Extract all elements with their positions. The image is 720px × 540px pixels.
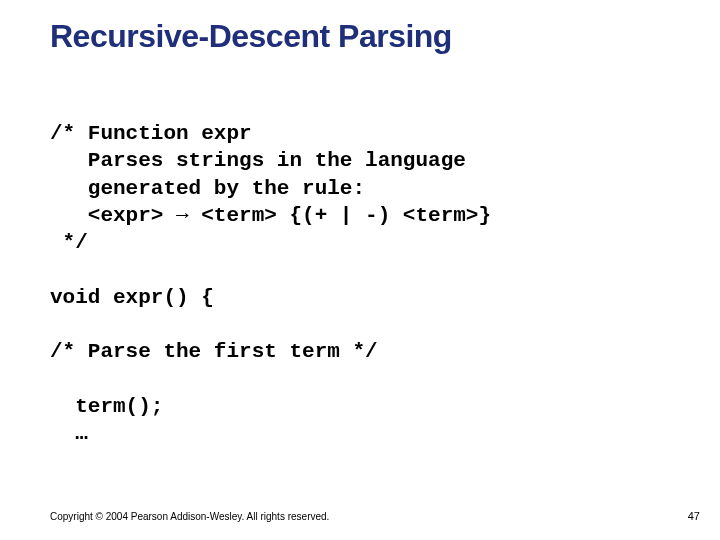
page-number: 47 (688, 510, 700, 522)
copyright-text: Copyright © 2004 Pearson Addison-Wesley.… (50, 511, 329, 522)
slide: Recursive-Descent Parsing /* Function ex… (0, 0, 720, 540)
slide-title: Recursive-Descent Parsing (50, 18, 452, 55)
code-block: /* Function expr Parses strings in the l… (50, 120, 491, 448)
